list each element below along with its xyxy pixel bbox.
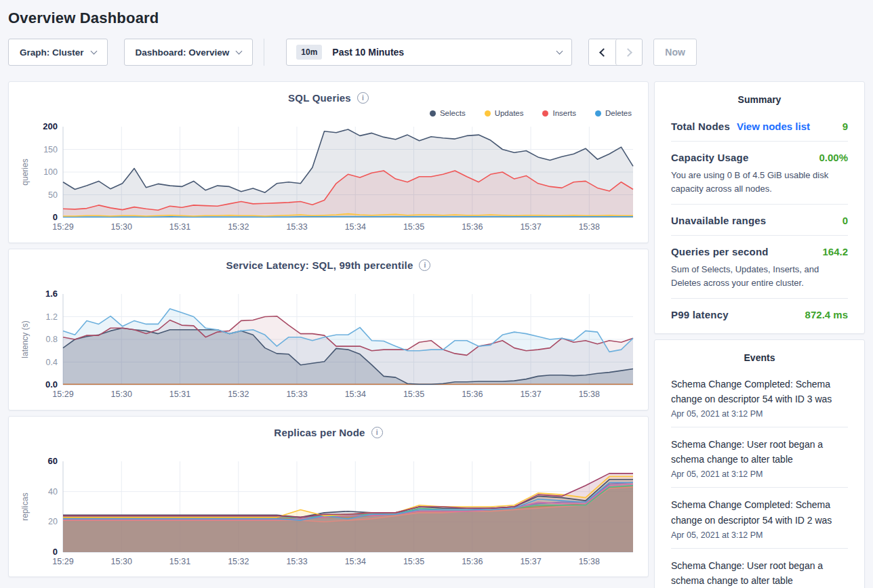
now-button[interactable]: Now xyxy=(653,39,697,66)
svg-text:queries: queries xyxy=(20,159,30,185)
chart-title-row: Service Latency: SQL, 99th percentile i xyxy=(20,257,637,272)
svg-text:15:33: 15:33 xyxy=(286,222,307,232)
summary-row-label: Unavailable ranges xyxy=(671,215,766,226)
graph-dropdown[interactable]: Graph: Cluster xyxy=(8,39,108,66)
dashboard-dropdown[interactable]: Dashboard: Overview xyxy=(124,39,253,66)
legend-dot-icon xyxy=(595,110,601,117)
svg-text:15:31: 15:31 xyxy=(169,557,190,566)
view-nodes-link[interactable]: View nodes list xyxy=(737,121,810,132)
svg-text:15:38: 15:38 xyxy=(579,557,600,566)
svg-text:15:34: 15:34 xyxy=(345,390,366,399)
service-latency-panel: Service Latency: SQL, 99th percentile i … xyxy=(8,249,649,411)
sql-queries-chart[interactable]: 05010015020015:2915:3015:3115:3215:3315:… xyxy=(20,121,638,234)
time-step-buttons xyxy=(588,39,643,66)
svg-text:15:33: 15:33 xyxy=(286,390,307,399)
svg-text:15:38: 15:38 xyxy=(579,390,600,399)
svg-text:15:37: 15:37 xyxy=(520,222,541,232)
page-title: Overview Dashboard xyxy=(8,9,865,27)
svg-text:15:34: 15:34 xyxy=(345,222,366,232)
events-panel: Events Schema Change Completed: Schema c… xyxy=(654,339,865,588)
svg-text:0.4: 0.4 xyxy=(46,358,58,367)
event-timestamp: Apr 05, 2021 at 3:12 PM xyxy=(671,409,848,419)
svg-text:0: 0 xyxy=(53,547,58,557)
event-item: Schema Change Completed: Schema change o… xyxy=(671,367,848,427)
svg-text:0.0: 0.0 xyxy=(45,379,58,390)
info-icon[interactable]: i xyxy=(357,92,369,104)
summary-row-value: 164.2 xyxy=(822,246,848,257)
legend-dot-icon xyxy=(485,110,491,117)
summary-row-label: P99 latency xyxy=(671,309,729,320)
svg-text:15:37: 15:37 xyxy=(520,557,541,566)
toolbar-divider xyxy=(264,39,264,66)
summary-row-label: Total Nodes xyxy=(671,121,730,132)
svg-text:15:29: 15:29 xyxy=(52,222,73,232)
chart-title-row: Replicas per Node i xyxy=(20,425,637,440)
svg-text:15:34: 15:34 xyxy=(345,557,366,566)
svg-text:100: 100 xyxy=(43,167,58,177)
step-forward-button[interactable] xyxy=(615,39,642,65)
summary-row-queries-per-second: Queries per second 164.2 Sum of Selects,… xyxy=(671,235,848,298)
legend-item: Selects xyxy=(430,109,466,117)
svg-text:15:33: 15:33 xyxy=(286,557,307,566)
svg-text:15:29: 15:29 xyxy=(52,557,73,566)
step-back-button[interactable] xyxy=(589,39,615,65)
summary-row-total-nodes: Total Nodes View nodes list 9 xyxy=(671,110,848,141)
svg-text:15:38: 15:38 xyxy=(579,222,600,232)
info-icon[interactable]: i xyxy=(419,259,430,271)
legend-dot-icon xyxy=(430,110,436,117)
chevron-left-icon xyxy=(599,48,608,57)
event-message: Schema Change: User root began a schema … xyxy=(671,558,848,588)
summary-row-label: Capacity Usage xyxy=(671,152,749,163)
summary-row-label: Queries per second xyxy=(671,246,769,257)
spacer xyxy=(20,440,637,456)
svg-text:15:31: 15:31 xyxy=(169,390,190,399)
svg-text:200: 200 xyxy=(43,121,58,131)
svg-text:15:32: 15:32 xyxy=(228,557,249,566)
summary-row-value: 0 xyxy=(842,215,848,226)
sql-queries-panel: SQL Queries i SelectsUpdatesInsertsDelet… xyxy=(8,81,649,243)
chart-title: SQL Queries xyxy=(288,92,351,104)
svg-text:1.6: 1.6 xyxy=(45,289,58,299)
event-message: Schema Change: User root began a schema … xyxy=(671,437,848,467)
event-item: Schema Change: User root began a schema … xyxy=(671,427,848,487)
events-title: Events xyxy=(671,352,848,363)
chevron-down-icon xyxy=(556,47,563,54)
summary-row-subtext: You are using 0 B of 4.5 GiB usable disk… xyxy=(671,169,848,195)
svg-text:15:30: 15:30 xyxy=(111,222,132,232)
graph-dropdown-label: Graph: Cluster xyxy=(20,47,84,58)
svg-text:0.8: 0.8 xyxy=(46,335,58,344)
info-icon[interactable]: i xyxy=(371,427,383,438)
event-item: Schema Change Completed: Schema change o… xyxy=(671,487,848,547)
chevron-right-icon xyxy=(624,48,632,57)
svg-text:20: 20 xyxy=(48,517,58,526)
event-timestamp: Apr 05, 2021 at 3:12 PM xyxy=(671,530,848,540)
svg-text:15:37: 15:37 xyxy=(520,390,541,399)
time-range-picker[interactable]: 10m Past 10 Minutes xyxy=(286,39,572,66)
legend-item: Deletes xyxy=(595,109,632,117)
main-content: SQL Queries i SelectsUpdatesInsertsDelet… xyxy=(0,81,873,588)
svg-text:15:29: 15:29 xyxy=(52,390,73,399)
charts-column: SQL Queries i SelectsUpdatesInsertsDelet… xyxy=(8,81,649,577)
svg-text:15:36: 15:36 xyxy=(462,557,483,566)
summary-row-subtext: Sum of Selects, Updates, Inserts, and De… xyxy=(671,263,848,289)
chevron-down-icon xyxy=(90,47,97,54)
chevron-down-icon xyxy=(236,47,243,54)
svg-text:1.2: 1.2 xyxy=(46,312,58,322)
svg-text:15:36: 15:36 xyxy=(462,222,483,232)
svg-text:15:32: 15:32 xyxy=(228,222,249,232)
replicas-per-node-panel: Replicas per Node i 020406015:2915:3015:… xyxy=(8,416,649,577)
svg-text:15:30: 15:30 xyxy=(111,557,132,566)
replicas-per-node-chart[interactable]: 020406015:2915:3015:3115:3215:3315:3415:… xyxy=(20,456,638,568)
chart-title: Replicas per Node xyxy=(274,427,365,438)
sidebar-column: Summary Total Nodes View nodes list 9 Ca… xyxy=(654,81,865,588)
chart-title: Service Latency: SQL, 99th percentile xyxy=(226,259,413,271)
svg-text:60: 60 xyxy=(48,456,58,466)
service-latency-chart[interactable]: 0.00.40.81.21.615:2915:3015:3115:3215:33… xyxy=(20,289,638,401)
legend-item: Inserts xyxy=(542,109,576,117)
legend-dot-icon xyxy=(542,110,548,117)
svg-text:40: 40 xyxy=(48,487,58,497)
legend-item: Updates xyxy=(485,109,524,117)
time-range-badge: 10m xyxy=(296,45,322,60)
svg-text:15:31: 15:31 xyxy=(169,222,190,232)
summary-row-value: 872.4 ms xyxy=(805,309,848,320)
